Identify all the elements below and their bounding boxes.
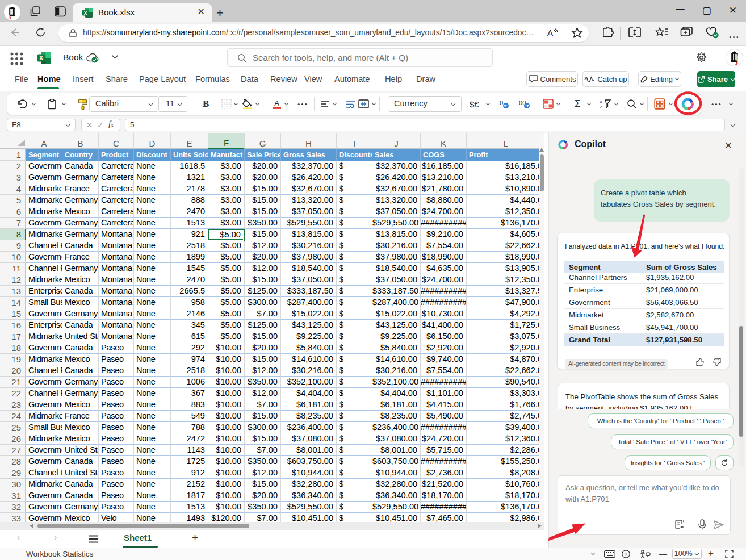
svg-text:A: A	[274, 99, 279, 107]
svg-text:X: X	[39, 55, 43, 61]
svg-text:Z: Z	[600, 105, 602, 109]
svg-text:?: ?	[625, 551, 627, 557]
svg-text:A: A	[547, 28, 553, 37]
svg-text:.0: .0	[498, 99, 503, 106]
svg-text:X: X	[84, 10, 87, 16]
svg-text:A: A	[600, 99, 603, 105]
